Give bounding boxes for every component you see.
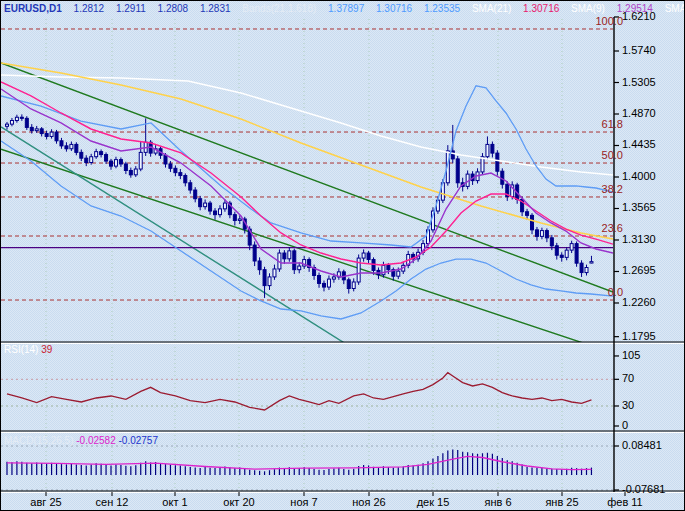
price-scale[interactable] [614, 17, 685, 492]
bands-lower-value: 1.23535 [424, 3, 460, 14]
open-value: 1.2812 [74, 3, 105, 14]
macd-panel-area[interactable] [1, 433, 614, 491]
rsi-panel-area[interactable] [1, 343, 614, 431]
low-value: 1.2808 [158, 3, 189, 14]
bands-indicator-label: Bands(21,1.618) [242, 3, 316, 14]
chart-info-bar: EURUSD,D1 1.2812 1.2911 1.2808 1.2831 Ba… [4, 3, 685, 14]
bands-middle-value: 1.30716 [376, 3, 412, 14]
main-chart-area[interactable] [1, 17, 614, 342]
bands-upper-value: 1.37897 [328, 3, 364, 14]
sma21-value: 1.30716 [523, 3, 559, 14]
close-value: 1.2831 [200, 3, 231, 14]
sma100-label: SMA(100) [665, 3, 685, 14]
symbol-period-label: EURUSD,D1 [4, 3, 62, 14]
high-value: 1.2911 [116, 3, 146, 14]
sma9-label: SMA(9) [571, 3, 605, 14]
time-axis[interactable] [1, 492, 685, 511]
sma21-label: SMA(21) [472, 3, 511, 14]
chart-window: EURUSD,D1 1.2812 1.2911 1.2808 1.2831 Ba… [0, 0, 685, 511]
sma9-value: 1.29514 [617, 3, 653, 14]
